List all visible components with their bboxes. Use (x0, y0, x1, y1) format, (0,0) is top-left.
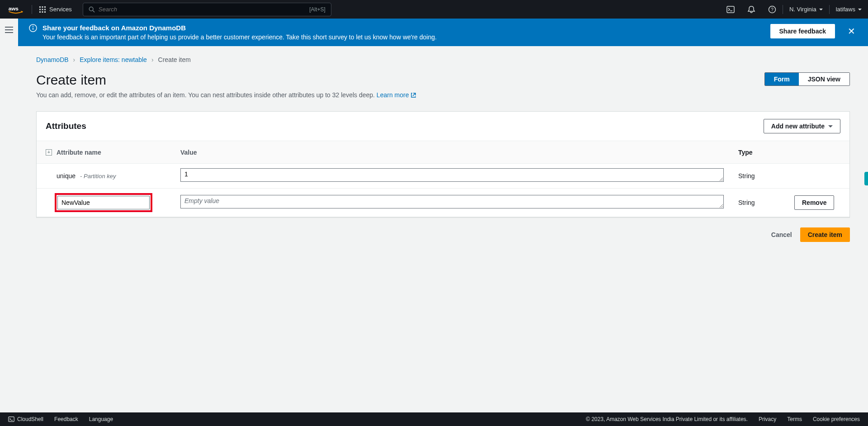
help-icon[interactable]: ? (762, 5, 783, 14)
services-menu[interactable]: Services (32, 6, 79, 13)
services-label: Services (49, 6, 72, 13)
attr-name: unique (57, 172, 75, 180)
svg-point-20 (33, 26, 33, 27)
svg-rect-7 (39, 11, 41, 13)
chevron-right-icon: › (151, 56, 154, 63)
svg-rect-6 (44, 9, 46, 10)
attr-type: String (729, 199, 785, 206)
search-icon (89, 6, 95, 13)
external-link-icon (410, 92, 416, 98)
svg-rect-21 (9, 417, 14, 422)
copyright: © 2023, Amazon Web Services India Privat… (586, 416, 748, 422)
highlight-annotation (55, 193, 152, 212)
region-selector[interactable]: N. Virginia (783, 6, 829, 13)
caret-down-icon (858, 9, 862, 10)
expand-all-icon[interactable]: + (46, 149, 52, 156)
notifications-icon[interactable] (741, 5, 762, 14)
svg-rect-2 (42, 6, 43, 8)
table-row: String Remove (37, 189, 849, 217)
attr-name-input[interactable] (57, 196, 150, 209)
view-toggle: Form JSON view (764, 72, 850, 86)
svg-rect-4 (39, 9, 41, 10)
chevron-right-icon: › (73, 56, 75, 63)
tab-json-view[interactable]: JSON view (799, 73, 849, 85)
tab-form[interactable]: Form (765, 73, 799, 85)
top-nav: aws Services [Alt+S] ? N. Virginia latif… (0, 0, 868, 19)
svg-point-10 (89, 7, 93, 11)
table-row: unique - Partition key String (37, 164, 849, 189)
col-header-name: Attribute name (57, 149, 101, 156)
banner-title: Share your feedback on Amazon DynamoDB (42, 24, 765, 32)
create-item-button[interactable]: Create item (800, 227, 850, 242)
banner-subtitle: Your feedback is an important part of he… (42, 33, 765, 41)
svg-rect-3 (44, 6, 46, 8)
add-new-attribute-button[interactable]: Add new attribute (764, 119, 840, 133)
caret-down-icon (828, 125, 833, 128)
svg-rect-9 (44, 11, 46, 13)
attr-value-input[interactable] (180, 168, 724, 182)
aws-logo[interactable]: aws (8, 5, 24, 14)
learn-more-link[interactable]: Learn more (377, 91, 417, 99)
grid-icon (39, 6, 46, 13)
breadcrumb-explore-items[interactable]: Explore items: newtable (80, 56, 147, 63)
share-feedback-button[interactable]: Share feedback (770, 24, 835, 38)
terms-link[interactable]: Terms (787, 416, 802, 422)
breadcrumb-current: Create item (158, 56, 191, 63)
info-icon (29, 24, 37, 34)
caret-down-icon (819, 9, 823, 10)
cookie-preferences-link[interactable]: Cookie preferences (813, 416, 860, 422)
bottom-bar: CloudShell Feedback Language © 2023, Ama… (0, 412, 868, 426)
close-icon[interactable]: ✕ (846, 24, 857, 38)
col-header-type: Type (729, 149, 785, 156)
table-header-row: + Attribute name Value Type (37, 141, 849, 164)
privacy-link[interactable]: Privacy (759, 416, 776, 422)
attr-value-input[interactable] (180, 195, 724, 208)
side-tab[interactable] (864, 172, 868, 185)
search-input[interactable] (99, 6, 309, 13)
page-description: You can add, remove, or edit the attribu… (36, 91, 850, 99)
svg-rect-5 (42, 9, 43, 10)
cloudshell-button[interactable]: CloudShell (8, 416, 43, 422)
feedback-banner: Share your feedback on Amazon DynamoDB Y… (18, 19, 868, 46)
feedback-link[interactable]: Feedback (54, 416, 78, 422)
breadcrumb-root[interactable]: DynamoDB (36, 56, 69, 63)
col-header-value: Value (175, 149, 729, 156)
svg-rect-8 (42, 11, 43, 13)
svg-line-11 (93, 10, 94, 12)
language-link[interactable]: Language (89, 416, 113, 422)
sidebar-toggle[interactable] (0, 19, 18, 412)
cancel-button[interactable]: Cancel (771, 231, 792, 238)
cloudshell-icon[interactable] (720, 5, 741, 14)
svg-text:?: ? (771, 7, 774, 12)
svg-rect-1 (39, 6, 41, 8)
search-box[interactable]: [Alt+S] (83, 3, 331, 16)
attr-type: String (729, 172, 785, 180)
cloudshell-icon (8, 416, 14, 422)
svg-text:aws: aws (9, 5, 19, 11)
remove-button[interactable]: Remove (794, 195, 834, 210)
search-shortcut: [Alt+S] (309, 6, 326, 13)
partition-key-hint: - Partition key (80, 173, 116, 180)
page-title: Create item (36, 72, 106, 88)
panel-title: Attributes (46, 121, 86, 131)
svg-rect-12 (727, 6, 734, 13)
attributes-panel: Attributes Add new attribute + Attribute… (36, 111, 850, 218)
account-menu[interactable]: latifaws (830, 6, 868, 13)
form-actions: Cancel Create item (36, 226, 850, 244)
breadcrumb: DynamoDB › Explore items: newtable › Cre… (36, 56, 850, 63)
